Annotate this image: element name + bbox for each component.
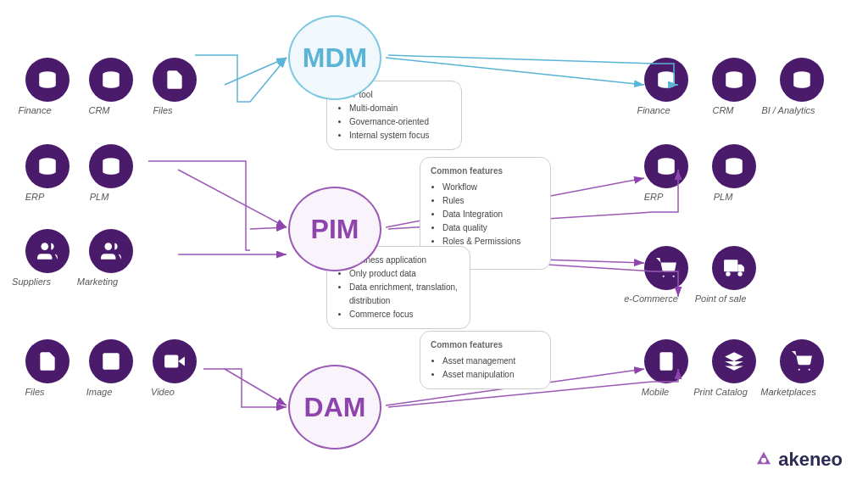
svg-rect-35 <box>724 260 737 271</box>
cf2-item-1: Asset management <box>442 355 540 368</box>
svg-line-14 <box>388 55 653 64</box>
pim-feature-3: Data enrichment, translation, distributi… <box>349 281 459 308</box>
svg-point-42 <box>798 369 800 371</box>
plm-left-icon <box>89 144 133 188</box>
suppliers-left-icon <box>25 229 70 273</box>
finance-right-label: Finance <box>624 105 683 115</box>
pim-feature-4: Commerce focus <box>349 308 459 321</box>
suppliers-left-label: Suppliers <box>2 277 61 287</box>
svg-marker-41 <box>725 352 743 361</box>
common-features-2-title: Common features <box>431 338 540 352</box>
finance-right-icon <box>644 58 688 102</box>
pim-label: PIM <box>311 214 359 245</box>
svg-line-4 <box>178 170 287 227</box>
printcatalog-right-icon <box>712 339 756 383</box>
svg-rect-27 <box>164 355 178 367</box>
dam-bubble: DAM <box>288 365 381 450</box>
svg-line-12 <box>250 227 287 229</box>
svg-line-11 <box>250 58 287 102</box>
files2-left-label: Files <box>5 387 64 397</box>
plm-right-icon <box>712 144 756 188</box>
pim-bubble: PIM <box>288 187 381 271</box>
common-features-2-box: Common features Asset management Asset m… <box>420 331 551 389</box>
plm-right-label: PLM <box>693 192 753 202</box>
svg-point-44 <box>761 458 766 463</box>
svg-point-38 <box>737 271 742 276</box>
cf1-item-3: Data Integration <box>442 208 540 221</box>
crm-right-icon <box>712 58 756 102</box>
image-left-label: Image <box>70 387 129 397</box>
svg-line-6 <box>225 369 287 405</box>
common-features-1-title: Common features <box>431 165 540 178</box>
diagram-container: Finance CRM Files ERP PLM Suppliers Mark… <box>0 0 868 486</box>
ecommerce-right-icon <box>644 246 688 290</box>
cf1-item-4: Data quality <box>442 221 540 235</box>
crm-right-label: CRM <box>693 105 753 115</box>
files2-left-icon <box>25 339 70 383</box>
bi-right-icon <box>780 58 824 102</box>
mobile-right-label: Mobile <box>626 387 685 397</box>
svg-marker-36 <box>737 265 744 272</box>
mdm-feature-2: Multi-domain <box>349 102 451 115</box>
svg-point-34 <box>673 276 675 277</box>
erp-left-label: ERP <box>5 192 64 202</box>
pos-right-icon <box>712 246 756 290</box>
pim-feature-2: Only product data <box>349 267 459 281</box>
svg-marker-26 <box>178 357 185 366</box>
mdm-label: MDM <box>303 42 367 74</box>
marketplaces-right-icon <box>780 339 824 383</box>
printcatalog-right-label: Print Catalog <box>691 387 750 397</box>
mdm-feature-3: Governance-oriented <box>349 115 451 129</box>
video-left-icon <box>153 339 197 383</box>
svg-point-33 <box>663 276 665 277</box>
akeneo-logo-text: akeneo <box>778 449 843 471</box>
mdm-feature-4: Internal system focus <box>349 129 451 142</box>
svg-line-3 <box>225 58 287 85</box>
cf1-item-1: Workflow <box>442 181 540 194</box>
svg-point-22 <box>41 243 48 250</box>
svg-point-37 <box>726 271 730 276</box>
mdm-bubble: MDM <box>288 15 381 100</box>
files-left-label: Files <box>133 105 192 115</box>
crm-left-label: CRM <box>70 105 129 115</box>
marketing-left-icon <box>89 229 133 273</box>
erp-right-label: ERP <box>624 192 683 202</box>
finance-left-label: Finance <box>5 105 64 115</box>
plm-left-label: PLM <box>70 192 129 202</box>
crm-left-icon <box>89 58 133 102</box>
video-left-label: Video <box>133 387 192 397</box>
svg-point-25 <box>107 357 109 360</box>
svg-point-23 <box>104 243 112 250</box>
mobile-right-icon <box>644 339 688 383</box>
svg-rect-39 <box>659 352 672 371</box>
dam-label: DAM <box>304 392 366 423</box>
akeneo-logo: akeneo <box>754 449 843 471</box>
files-left-icon <box>153 58 197 102</box>
cf2-item-2: Asset manipulation <box>442 368 540 382</box>
erp-right-icon <box>644 144 688 188</box>
finance-left-icon <box>25 58 70 102</box>
image-left-icon <box>89 339 133 383</box>
bi-right-label: BI / Analytics <box>759 105 818 115</box>
marketing-left-label: Marketing <box>68 277 127 287</box>
pos-right-label: Point of sale <box>691 293 750 304</box>
svg-point-43 <box>809 369 810 371</box>
erp-left-icon <box>25 144 70 188</box>
marketplaces-right-label: Marketplaces <box>759 387 818 397</box>
cf1-item-2: Rules <box>442 194 540 208</box>
ecommerce-right-label: e-Commerce <box>621 293 681 304</box>
akeneo-logo-icon <box>754 450 773 469</box>
